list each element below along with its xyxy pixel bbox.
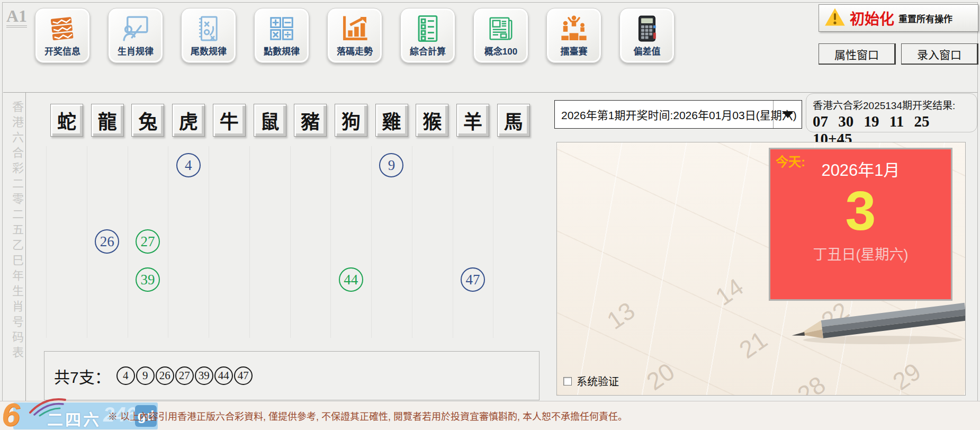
system-verify-checkbox[interactable] [563, 377, 572, 386]
dropdown-arrow-zone[interactable] [773, 101, 802, 128]
toolbar-button-shengxiao[interactable]: 生肖规律 [108, 8, 163, 63]
properties-window-button[interactable]: 属性窗口 [819, 43, 896, 65]
checklist-icon [412, 14, 443, 43]
toolbar-button-label: 綜合計算 [410, 44, 446, 57]
toolbar-button-kaijiang[interactable]: 开奖信息 [35, 8, 90, 63]
grid-number-39: 39 [136, 267, 160, 292]
grid-column [330, 146, 371, 338]
period-dropdown-value: 2026年第1期开奖时间:2026年01月03日(星期六) [561, 106, 797, 122]
toolbar-button-zonghe[interactable]: 綜合計算 [400, 8, 455, 63]
calculator-icon [632, 14, 662, 43]
watermark-six: 6 [2, 396, 20, 430]
panel-left-border [25, 92, 26, 401]
summary-number-9: 9 [136, 366, 155, 385]
number-grid: 492627394447 [46, 146, 534, 338]
summary-number-47: 47 [234, 366, 253, 385]
chevron-down-icon [782, 111, 794, 118]
grid-column [493, 146, 534, 338]
corner-label: A1 [6, 7, 27, 28]
summary-number-44: 44 [214, 366, 233, 385]
toolbar-button-label: 概念100 [484, 44, 517, 57]
summary-number-39: 39 [195, 366, 213, 385]
podium-icon [559, 14, 589, 43]
zodiac-key-5[interactable]: 牛 [213, 104, 246, 137]
grid-number-47: 47 [461, 267, 485, 292]
summary-number-26: 26 [156, 366, 174, 385]
grid-column [249, 146, 290, 338]
calendar-bg-number: 20 [641, 357, 680, 396]
period-dropdown[interactable]: 2026年第1期开奖时间:2026年01月03日(星期六) [554, 100, 802, 129]
calendar-card: 今天: 2026年1月 3 丁丑日(星期六) [769, 148, 952, 301]
toolbar-button-dianshu[interactable]: 點數規律 [254, 8, 309, 63]
zodiac-key-9[interactable]: 雞 [375, 104, 408, 137]
bar-chart-icon [339, 14, 370, 43]
summary-label: 共7支： [54, 364, 111, 388]
zodiac-key-10[interactable]: 猴 [416, 104, 448, 137]
zodiac-key-6[interactable]: 鼠 [254, 104, 286, 137]
calendar-day-info: 丁丑日(星期六) [770, 243, 951, 264]
strategy-icon [193, 14, 224, 43]
toolbar-button-label: 落碼走勢 [337, 44, 373, 57]
grid-number-44: 44 [339, 267, 363, 292]
presentation-icon [120, 14, 151, 43]
toolbar-button-leitai[interactable]: 擂臺賽 [546, 8, 601, 63]
summary-numbers: 492627394447 [116, 366, 253, 385]
watermark-cn: 二四六 [47, 407, 101, 430]
newspaper-icon [485, 14, 516, 43]
system-verify-label: 系统验证 [577, 373, 619, 389]
toolbar-button-piancha[interactable]: 偏差值 [619, 8, 675, 63]
warning-icon [824, 7, 846, 29]
toolbar-button-label: 开奖信息 [44, 44, 80, 57]
toolbar-button-weishu[interactable]: 尾数规律 [181, 8, 236, 63]
calendar-bg-number: 28 [792, 370, 831, 396]
grid-column [412, 146, 453, 338]
calendar-bg-number: 13 [601, 296, 640, 335]
zodiac-key-12[interactable]: 馬 [497, 104, 530, 137]
init-button-sublabel: 重置所有操作 [898, 12, 952, 25]
toolbar-button-label: 偏差值 [634, 44, 661, 57]
math-icon [266, 14, 297, 43]
toolbar-separator [3, 92, 977, 93]
calendar-today-label: 今天: [776, 151, 805, 170]
result-title: 香港六合彩2025134期开奖结果: [813, 97, 970, 112]
toolbar-button-label: 生肖规律 [118, 44, 154, 57]
zodiac-key-2[interactable]: 龍 [91, 104, 124, 137]
grid-column [453, 146, 493, 338]
calendar-bg-number: 14 [710, 272, 749, 311]
zodiac-key-4[interactable]: 虎 [172, 104, 205, 137]
toolbar-button-luoma[interactable]: 落碼走勢 [327, 8, 382, 63]
system-verify-row: 系统验证 [563, 373, 619, 389]
pencil-image [790, 299, 966, 351]
calendar-bg-number: 29 [887, 357, 926, 396]
zodiac-key-8[interactable]: 狗 [335, 104, 367, 137]
grid-number-27: 27 [136, 229, 160, 254]
toolbar-button-gainian100[interactable]: 概念100 [473, 8, 528, 63]
side-vertical-label: 香港六合彩二零二五乙巳年生肖号码表 [8, 101, 25, 362]
calendar-panel: 29282221201413 今天: 2026年1月 3 丁丑日(星期六) [556, 142, 966, 396]
init-button-label: 初始化 [850, 7, 894, 29]
zodiac-key-11[interactable]: 羊 [456, 104, 489, 137]
result-box: 香港六合彩2025134期开奖结果: 07 30 19 11 25 10+45 [806, 93, 977, 132]
entry-window-button[interactable]: 录入窗口 [901, 43, 978, 65]
disclaimer-text: ※ 以上內容引用香港正版六合彩資料, 僅提供參考, 不保證其正確性, 閱覽者若用… [108, 409, 627, 423]
summary-box: 共7支： 492627394447 [44, 351, 540, 400]
summary-number-4: 4 [116, 366, 135, 385]
calendar-day: 3 [770, 181, 951, 241]
toolbar-button-label: 點數規律 [264, 44, 300, 57]
init-button[interactable]: 初始化 重置所有操作 [819, 4, 978, 32]
grid-column [290, 146, 331, 338]
app-window: A1 开奖信息生肖规律尾数规律點數規律落碼走勢綜合計算概念100擂臺賽偏差值 初… [0, 0, 980, 430]
grid-column [46, 146, 87, 338]
toolbar-button-label: 尾数规律 [191, 44, 227, 57]
zodiac-key-7[interactable]: 豬 [294, 104, 327, 137]
grid-column [209, 146, 249, 338]
footer: 6 二四六 246 gd ※ 以上內容引用香港正版六合彩資料, 僅提供參考, 不… [0, 401, 980, 430]
grid-number-4: 4 [176, 153, 201, 177]
summary-number-27: 27 [175, 366, 194, 385]
calendar-bg-number: 21 [734, 325, 772, 364]
zodiac-key-3[interactable]: 兔 [131, 104, 164, 137]
books-icon [47, 14, 78, 43]
grid-number-26: 26 [95, 229, 119, 254]
zodiac-key-1[interactable]: 蛇 [50, 104, 83, 137]
toolbar-button-label: 擂臺賽 [561, 44, 588, 57]
